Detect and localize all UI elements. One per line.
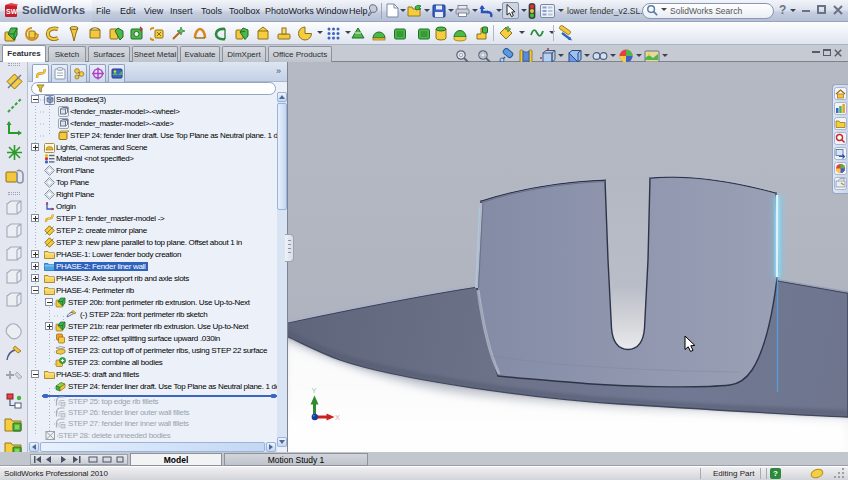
- svg-text:Y: Y: [312, 386, 317, 395]
- svg-text:X: X: [335, 413, 340, 422]
- svg-text:SW: SW: [6, 8, 18, 15]
